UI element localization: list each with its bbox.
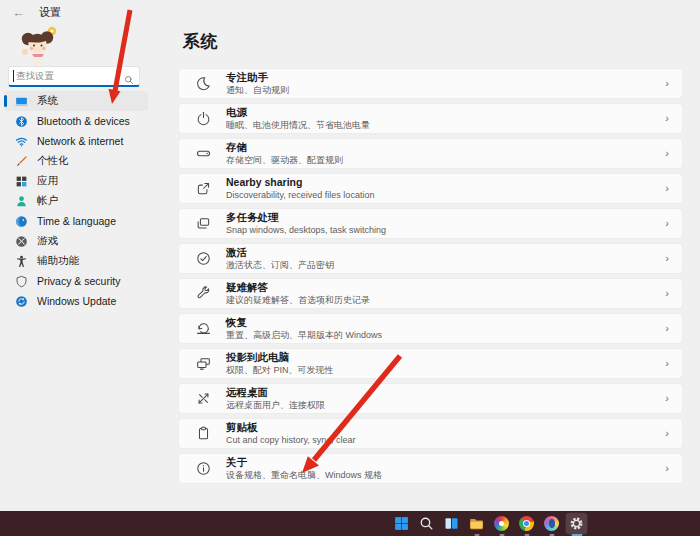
paint-app-icon [544, 516, 559, 531]
row-texts: 激活激活状态、订阅、产品密钥 [226, 246, 334, 271]
sidebar-item[interactable]: 系统 [4, 91, 148, 111]
file-explorer-icon[interactable] [466, 513, 487, 534]
row-texts: Nearby sharingDiscoverability, received … [226, 176, 374, 201]
row-subtitle: 建议的疑难解答、首选项和历史记录 [226, 295, 370, 306]
row-title: 关于 [226, 456, 382, 469]
row-title: 疑难解答 [226, 281, 370, 294]
back-arrow-icon[interactable]: ← [12, 6, 25, 19]
start-icon[interactable] [391, 513, 412, 534]
apps-icon [15, 175, 28, 188]
settings-row[interactable]: 远程桌面远程桌面用户、连接权限› [178, 383, 683, 414]
clipboard-icon [196, 426, 211, 441]
search-input[interactable]: 查找设置 [8, 66, 140, 87]
sidebar-item-label: Windows Update [37, 295, 116, 307]
sidebar-item-label: Bluetooth & devices [37, 115, 130, 127]
settings-row[interactable]: 恢复重置、高级启动、早期版本的 Windows› [178, 313, 683, 344]
settings-row[interactable]: 关于设备规格、重命名电脑、Windows 规格› [178, 453, 683, 484]
task-view-icon[interactable] [441, 513, 462, 534]
storage-icon [196, 146, 211, 161]
taskbar-search-icon[interactable] [416, 513, 437, 534]
row-texts: 疑难解答建议的疑难解答、首选项和历史记录 [226, 281, 370, 306]
settings-row[interactable]: 剪贴板Cut and copy history, sync, clear› [178, 418, 683, 449]
row-texts: 关于设备规格、重命名电脑、Windows 规格 [226, 456, 382, 481]
activation-icon [196, 251, 211, 266]
settings-row[interactable]: 多任务处理Snap windows, desktops, task switch… [178, 208, 683, 239]
row-texts: 多任务处理Snap windows, desktops, task switch… [226, 211, 386, 236]
chevron-right-icon: › [665, 218, 669, 229]
chrome-icon [519, 516, 534, 531]
row-title: 激活 [226, 246, 334, 259]
row-title: 专注助手 [226, 71, 289, 84]
sidebar-item[interactable]: Privacy & security [4, 271, 148, 291]
troubleshoot-icon [196, 286, 211, 301]
settings-gear-icon[interactable] [566, 513, 587, 534]
sidebar-item-label: Network & internet [37, 135, 123, 147]
settings-row[interactable]: 专注助手通知、自动规则› [178, 68, 683, 99]
sidebar-item-label: 帐户 [37, 194, 58, 208]
nearby-sharing-icon [196, 181, 211, 196]
row-texts: 恢复重置、高级启动、早期版本的 Windows [226, 316, 382, 341]
accounts-icon [15, 195, 28, 208]
settings-list: 专注助手通知、自动规则›电源睡眠、电池使用情况、节省电池电量›存储存储空间、驱动… [178, 68, 683, 488]
paint-app-icon[interactable] [541, 513, 562, 534]
row-subtitle: Discoverability, received files location [226, 190, 374, 201]
sidebar-item[interactable]: 应用 [4, 171, 148, 191]
row-title: 多任务处理 [226, 211, 386, 224]
row-texts: 剪贴板Cut and copy history, sync, clear [226, 421, 355, 446]
sidebar-item[interactable]: 辅助功能 [4, 251, 148, 271]
settings-row[interactable]: 电源睡眠、电池使用情况、节省电池电量› [178, 103, 683, 134]
sidebar-item[interactable]: Windows Update [4, 291, 148, 311]
row-subtitle: Snap windows, desktops, task switching [226, 225, 386, 236]
sidebar-item[interactable]: 帐户 [4, 191, 148, 211]
chrome-icon[interactable] [516, 513, 537, 534]
taskbar [0, 511, 700, 536]
photos-icon[interactable] [491, 513, 512, 534]
personalization-icon [15, 155, 28, 168]
row-subtitle: 激活状态、订阅、产品密钥 [226, 260, 334, 271]
row-subtitle: 存储空间、驱动器、配置规则 [226, 155, 343, 166]
row-texts: 专注助手通知、自动规则 [226, 71, 289, 96]
settings-row[interactable]: 投影到此电脑权限、配对 PIN、可发现性› [178, 348, 683, 379]
row-subtitle: 设备规格、重命名电脑、Windows 规格 [226, 470, 382, 481]
settings-window: ← 设置 查找设置 系统Bluetooth & devicesNetwork &… [0, 0, 700, 536]
chevron-right-icon: › [665, 463, 669, 474]
settings-row[interactable]: 激活激活状态、订阅、产品密钥› [178, 243, 683, 274]
sidebar-item-label: 系统 [37, 94, 58, 108]
row-subtitle: Cut and copy history, sync, clear [226, 435, 355, 446]
settings-row[interactable]: 疑难解答建议的疑难解答、首选项和历史记录› [178, 278, 683, 309]
sidebar-item[interactable]: Network & internet [4, 131, 148, 151]
row-title: 投影到此电脑 [226, 351, 334, 364]
sidebar-item-label: Time & language [37, 215, 116, 227]
focus-assist-icon [196, 76, 211, 91]
row-title: 存储 [226, 141, 343, 154]
settings-gear-icon [569, 516, 584, 531]
row-subtitle: 重置、高级启动、早期版本的 Windows [226, 330, 382, 341]
sidebar-item[interactable]: Time & language [4, 211, 148, 231]
row-title: 剪贴板 [226, 421, 355, 434]
power-icon [196, 111, 211, 126]
chevron-right-icon: › [665, 183, 669, 194]
time-language-icon [15, 215, 28, 228]
accessibility-icon [15, 255, 28, 268]
taskbar-icons [391, 511, 587, 536]
row-subtitle: 睡眠、电池使用情况、节省电池电量 [226, 120, 370, 131]
row-texts: 投影到此电脑权限、配对 PIN、可发现性 [226, 351, 334, 376]
sidebar-item[interactable]: Bluetooth & devices [4, 111, 148, 131]
start-icon [394, 516, 409, 531]
row-texts: 存储存储空间、驱动器、配置规则 [226, 141, 343, 166]
sidebar-item-label: 个性化 [37, 154, 69, 168]
row-texts: 电源睡眠、电池使用情况、节省电池电量 [226, 106, 370, 131]
row-title: 远程桌面 [226, 386, 325, 399]
sidebar-item[interactable]: 游戏 [4, 231, 148, 251]
sidebar-nav: 系统Bluetooth & devicesNetwork & internet个… [4, 91, 148, 311]
settings-row[interactable]: Nearby sharingDiscoverability, received … [178, 173, 683, 204]
chevron-right-icon: › [665, 428, 669, 439]
multitasking-icon [196, 216, 211, 231]
recovery-icon [196, 321, 211, 336]
settings-row[interactable]: 存储存储空间、驱动器、配置规则› [178, 138, 683, 169]
page-title: 系统 [183, 30, 218, 53]
row-title: 恢复 [226, 316, 382, 329]
file-explorer-icon [469, 516, 484, 531]
chevron-right-icon: › [665, 358, 669, 369]
sidebar-item[interactable]: 个性化 [4, 151, 148, 171]
